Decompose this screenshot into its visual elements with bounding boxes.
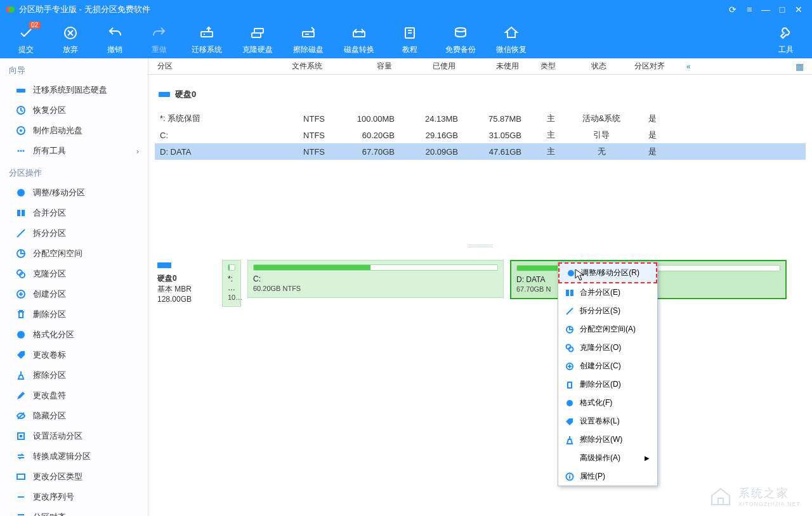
align-icon: [15, 512, 27, 516]
disk-row[interactable]: 硬盘0: [155, 85, 806, 104]
splitter[interactable]: [148, 242, 812, 250]
context-menu: 调整/移动分区(R) 合并分区(E) 拆分分区(S) 分配空闲空间(A) 克隆分…: [558, 262, 658, 486]
chevron-right-icon: ›: [136, 146, 139, 156]
convert-disk-button[interactable]: 磁盘转换: [334, 22, 384, 58]
merge-icon: [15, 208, 27, 218]
op-hide-partition[interactable]: 隐藏分区: [0, 406, 148, 426]
col-free[interactable]: 未使用: [463, 61, 527, 72]
op-convert-logical[interactable]: 转换成逻辑分区: [0, 446, 148, 467]
partition-row[interactable]: C: NTFS 60.20GB 29.16GB 31.05GB 主 引导 是: [155, 127, 806, 143]
ctx-merge[interactable]: 合并分区(E): [558, 283, 657, 302]
chevron-right-icon: ▶: [645, 455, 650, 461]
trash-icon: [15, 309, 27, 319]
op-resize-move[interactable]: 调整/移动分区: [0, 183, 148, 203]
ctx-split[interactable]: 拆分分区(S): [558, 302, 657, 320]
pie-icon: [15, 248, 27, 259]
op-change-serial[interactable]: 更改序列号: [0, 487, 148, 507]
create-icon: [15, 289, 27, 299]
op-wipe-partition[interactable]: 擦除分区: [0, 365, 148, 385]
svg-rect-4: [252, 33, 261, 37]
disk-map: 硬盘0 基本 MBR 128.00GB *: … 10… C: 60.20GB …: [148, 250, 812, 311]
op-clone-partition[interactable]: 克隆分区: [0, 264, 148, 284]
migrate-os-button[interactable]: 迁移系统: [181, 22, 232, 58]
op-merge[interactable]: 合并分区: [0, 203, 148, 223]
watermark: 系统之家 XITONGZHIJIA.NET: [709, 486, 801, 507]
wizard-migrate-ssd[interactable]: 迁移系统到固态硬盘: [0, 80, 148, 100]
ctx-wipe[interactable]: 擦除分区(W): [558, 430, 657, 449]
partition-block-reserved[interactable]: *: … 10…: [222, 260, 241, 307]
ctx-advanced[interactable]: 高级操作(A)▶: [558, 449, 657, 467]
op-align[interactable]: 分区对齐: [0, 507, 148, 516]
close-button[interactable]: ✕: [790, 4, 807, 15]
ctx-properties[interactable]: 属性(P): [558, 467, 657, 486]
title-bar: 分区助手专业版 - 无损分区免费软件 ⟳ ≡ — □ ✕: [0, 0, 812, 19]
house-icon: [709, 487, 732, 506]
minimize-button[interactable]: —: [757, 4, 774, 15]
redo-button[interactable]: 重做: [137, 22, 181, 58]
svg-rect-30: [570, 290, 573, 296]
partition-block-c[interactable]: C: 60.20GB NTFS: [247, 260, 504, 298]
undo-button[interactable]: 撤销: [93, 22, 137, 58]
svg-rect-5: [254, 29, 263, 33]
clone-disk-button[interactable]: 克隆硬盘: [232, 22, 283, 58]
clone-part-icon: [15, 269, 27, 279]
wechat-recover-button[interactable]: 微信恢复: [486, 22, 537, 58]
svg-rect-10: [16, 89, 25, 93]
ctx-label[interactable]: 设置卷标(L): [558, 412, 657, 430]
op-split[interactable]: 拆分分区: [0, 223, 148, 243]
partition-row-selected[interactable]: D: DATA NTFS 67.70GB 20.09GB 47.61GB 主 无…: [155, 143, 806, 160]
ctx-allocate[interactable]: 分配空闲空间(A): [558, 320, 657, 339]
flag-icon: [15, 431, 27, 441]
info-icon: [563, 472, 576, 482]
col-status[interactable]: 状态: [577, 61, 628, 72]
app-logo-icon: [5, 4, 15, 15]
op-allocate-free[interactable]: 分配空闲空间: [0, 243, 148, 264]
wrench-icon: [778, 24, 794, 42]
pie-icon: [563, 325, 576, 335]
ctx-resize-move[interactable]: 调整/移动分区(R): [558, 262, 657, 283]
wizard-bootable-media[interactable]: 制作启动光盘: [0, 120, 148, 141]
tutorial-button[interactable]: 教程: [384, 22, 435, 58]
commit-button[interactable]: 02 提交: [4, 22, 48, 58]
wipe-disk-button[interactable]: 擦除磁盘: [283, 22, 334, 58]
svg-point-1: [8, 6, 15, 13]
col-align[interactable]: 分区对齐: [628, 61, 679, 72]
col-filesystem[interactable]: 文件系统: [241, 61, 330, 72]
op-delete-partition[interactable]: 删除分区: [0, 304, 148, 325]
redo-icon: [151, 24, 167, 42]
svg-point-23: [17, 331, 25, 339]
op-change-type[interactable]: 更改分区类型: [0, 467, 148, 487]
ctx-clone[interactable]: 克隆分区(O): [558, 339, 657, 357]
pencil-icon: [15, 390, 27, 401]
resize-icon: [565, 268, 577, 278]
col-size[interactable]: 容量: [330, 61, 400, 72]
op-create-partition[interactable]: 创建分区: [0, 284, 148, 304]
ctx-create[interactable]: 创建分区(C): [558, 357, 657, 375]
wizard-all-tools[interactable]: 所有工具›: [0, 141, 148, 161]
col-partition[interactable]: 分区: [152, 61, 241, 72]
op-set-active[interactable]: 设置活动分区: [0, 426, 148, 446]
tools-button[interactable]: 工具: [764, 22, 808, 58]
ctx-delete[interactable]: 删除分区(D): [558, 375, 657, 394]
trash-icon: [563, 380, 576, 390]
op-change-label[interactable]: 更改卷标: [0, 345, 148, 365]
menu-button[interactable]: ≡: [741, 4, 757, 15]
abandon-button[interactable]: 放弃: [48, 22, 93, 58]
erase-icon: [300, 24, 317, 42]
refresh-button[interactable]: ⟳: [724, 4, 741, 15]
right-pane: 分区 文件系统 容量 已使用 未使用 类型 状态 分区对齐 « ▦ 硬盘0 *:…: [148, 58, 812, 516]
maximize-button[interactable]: □: [774, 4, 790, 15]
op-format-partition[interactable]: 格式化分区: [0, 325, 148, 345]
partition-row[interactable]: *: 系统保留 NTFS 100.00MB 24.13MB 75.87MB 主 …: [155, 110, 806, 127]
commit-badge: 02: [29, 22, 40, 29]
col-type[interactable]: 类型: [527, 61, 577, 72]
svg-rect-27: [157, 262, 171, 268]
backup-icon: [452, 24, 469, 42]
backup-button[interactable]: 免费备份: [435, 22, 486, 58]
ctx-format[interactable]: 格式化(F): [558, 394, 657, 412]
op-change-letter[interactable]: 更改盘符: [0, 385, 148, 406]
wizard-recover-partition[interactable]: 恢复分区: [0, 100, 148, 120]
collapse-columns-button[interactable]: «: [686, 62, 691, 71]
col-used[interactable]: 已使用: [400, 61, 463, 72]
view-toggle-button[interactable]: ▦: [793, 61, 806, 72]
